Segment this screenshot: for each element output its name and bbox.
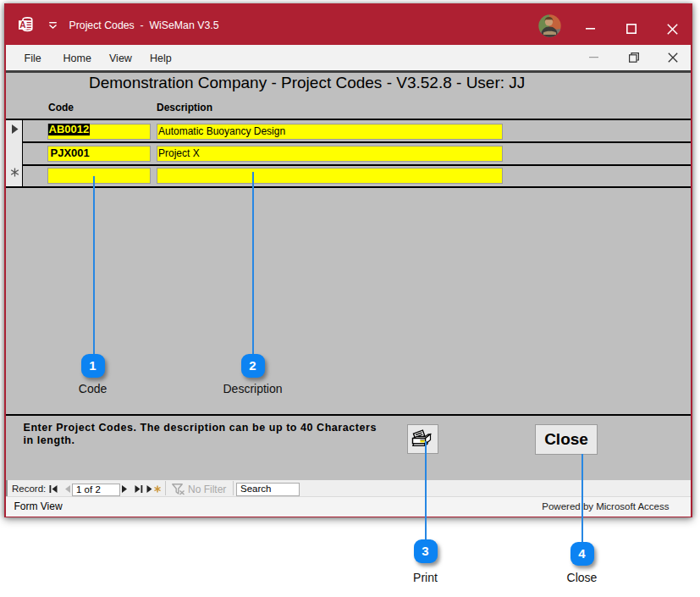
svg-text:A: A <box>19 20 25 30</box>
